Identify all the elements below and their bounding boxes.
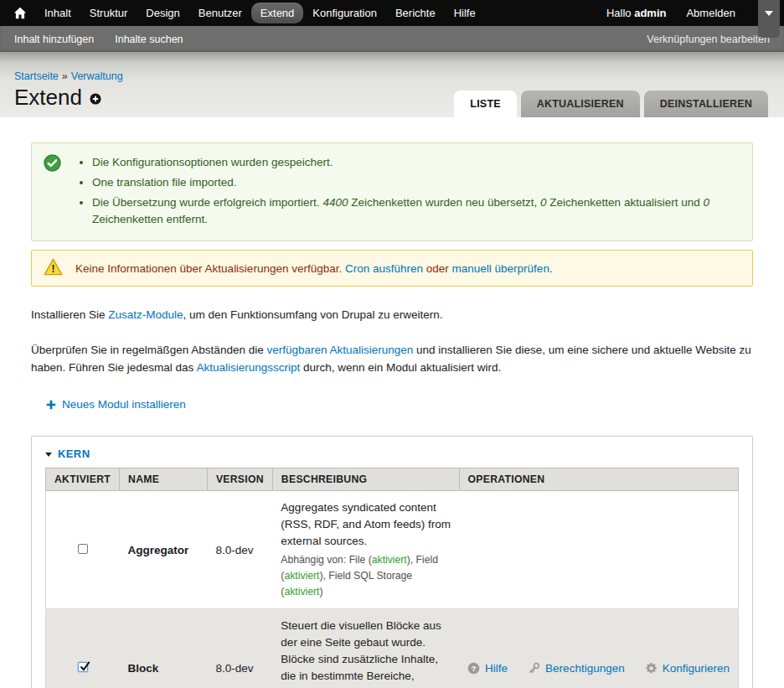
status-message-list: Die Konfigurationsoptionen wurden gespei…: [77, 153, 740, 230]
warning-text-or: oder: [423, 262, 452, 275]
status-item-1: Die Konfigurationsoptionen wurden gespei…: [92, 153, 740, 173]
column-header-beschreibung: BESCHREIBUNG: [272, 468, 459, 491]
key-icon: [528, 662, 540, 675]
breadcrumb-home[interactable]: Startseite: [14, 70, 59, 82]
tab-deinstallieren[interactable]: DEINSTALLIEREN: [644, 91, 768, 117]
breadcrumb: Startseite»Verwaltung: [14, 52, 770, 82]
plus-icon: [46, 400, 56, 410]
collapse-triangle-icon: [45, 453, 52, 457]
table-header-row: AKTIVIERT NAME VERSION BESCHREIBUNG OPER…: [46, 468, 739, 491]
toolbar-item-hilfe[interactable]: Hilfe: [445, 3, 485, 23]
greeting-prefix: Hallo: [606, 7, 634, 19]
module-name: Aggregator: [120, 491, 208, 609]
warning-triangle-icon: !: [44, 258, 63, 278]
help-link[interactable]: ? Hilfe: [467, 662, 508, 675]
install-new-module-link[interactable]: Neues Modul installieren: [46, 398, 186, 411]
contributed-modules-link[interactable]: Zusatz-Module: [108, 308, 183, 321]
toolbar-item-benutzer[interactable]: Benutzer: [189, 3, 251, 23]
toolbar-item-extend[interactable]: Extend: [251, 3, 303, 23]
admin-toolbar: Inhalt Struktur Design Benutzer Extend K…: [0, 0, 784, 26]
dep-text: ): [319, 586, 322, 597]
fieldset-legend-kern[interactable]: KERN: [45, 446, 90, 468]
module-checkbox-block[interactable]: [78, 662, 88, 672]
check-manually-link[interactable]: manuell überprüfen: [452, 262, 549, 275]
available-updates-link[interactable]: verfügbaren Aktualisierungen: [266, 344, 413, 356]
module-description: Aggregates syndicated content (RSS, RDF,…: [281, 499, 451, 550]
shortcut-search-content[interactable]: Inhalte suchen: [115, 34, 183, 45]
column-header-name: NAME: [120, 468, 208, 491]
column-header-version: VERSION: [207, 468, 272, 491]
module-checkbox-aggregator[interactable]: [78, 544, 88, 554]
shortcut-bar: Inhalt hinzufügen Inhalte suchen Verknüp…: [0, 26, 784, 52]
status-item-3-text: Zeichenketten wurden neu übersetzt,: [348, 196, 540, 209]
chevron-down-icon: [765, 11, 773, 16]
check-circle-icon: [44, 154, 61, 230]
status-item-2: One translation file imported.: [92, 173, 740, 193]
warning-text-period: .: [549, 262, 553, 275]
configure-link[interactable]: Konfigurieren: [645, 662, 730, 675]
module-operations-empty: [459, 491, 738, 609]
table-row-block: Block 8.0-dev Steuert die visuellen Blöc…: [46, 609, 739, 688]
toolbar-orientation-toggle[interactable]: [758, 0, 780, 38]
status-item-3-text: Die Übersetzung wurde erfolgreich import…: [92, 196, 322, 209]
column-header-operationen: OPERATIONEN: [459, 468, 738, 491]
install-new-module-label: Neues Modul installieren: [62, 398, 186, 411]
toolbar-item-inhalt[interactable]: Inhalt: [35, 3, 80, 23]
main-content: Die Konfigurationsoptionen wurden gespei…: [0, 142, 784, 688]
user-greeting[interactable]: Hallo admin: [596, 3, 677, 23]
primary-tabs: LISTE AKTUALISIEREN DEINSTALLIEREN: [454, 91, 768, 117]
module-description: Steuert die visuellen Blöcke aus der ein…: [281, 618, 451, 688]
username: admin: [634, 7, 666, 19]
add-shortcut-icon[interactable]: [90, 93, 101, 105]
page-header: Startseite»Verwaltung Extend LISTE AKTUA…: [0, 52, 784, 117]
intro-paragraph-2: Überprüfen Sie in regelmäßgen Abständen …: [31, 341, 753, 376]
intro-1-text: Installieren Sie: [31, 308, 108, 321]
gear-icon: [645, 662, 658, 675]
core-modules-fieldset: KERN AKTIVIERT NAME VERSION BESCHREIBUNG…: [31, 436, 753, 688]
intro-2-text: Überprüfen Sie in regelmäßgen Abständen …: [31, 344, 266, 356]
module-operations: ? Hilfe Berechtigungen Konfigurieren: [467, 662, 730, 675]
dep-text: Abhängig von: File (: [281, 554, 371, 566]
logout-link[interactable]: Abmelden: [676, 3, 745, 23]
updated-count: 0: [540, 196, 547, 209]
status-item-3-text: Zeichenketten entfernt.: [92, 213, 208, 225]
tab-liste[interactable]: LISTE: [454, 91, 516, 117]
permissions-link-label: Berechtigungen: [545, 662, 625, 675]
svg-text:!: !: [52, 263, 55, 275]
table-row-aggregator: Aggregator 8.0-dev Aggregates syndicated…: [46, 491, 739, 609]
module-name: Block: [120, 609, 208, 688]
update-script-link[interactable]: Aktualisierungsscript: [196, 361, 300, 374]
run-cron-link[interactable]: Cron ausführen: [345, 262, 423, 275]
dep-status: aktiviert: [284, 570, 319, 582]
modules-table: AKTIVIERT NAME VERSION BESCHREIBUNG OPER…: [45, 468, 739, 688]
dep-status: aktiviert: [372, 554, 407, 566]
page-title-text: Extend: [14, 85, 82, 111]
configure-link-label: Konfigurieren: [663, 662, 730, 675]
status-message: Die Konfigurationsoptionen wurden gespei…: [31, 142, 753, 241]
breadcrumb-separator: »: [62, 70, 68, 82]
fieldset-legend-label: KERN: [58, 447, 90, 460]
toolbar-item-konfiguration[interactable]: Konfiguration: [303, 3, 386, 23]
permissions-link[interactable]: Berechtigungen: [528, 662, 625, 675]
intro-paragraph-1: Installieren Sie Zusatz-Module, um den F…: [31, 306, 753, 323]
warning-message: ! Keine Informationen über Aktualisierun…: [31, 250, 753, 287]
module-dependencies: Abhängig von: File (aktiviert), Field (a…: [281, 552, 451, 600]
column-header-aktiviert: AKTIVIERT: [46, 468, 120, 491]
toolbar-item-berichte[interactable]: Berichte: [386, 3, 445, 23]
edit-shortcuts-link[interactable]: Verknüpfungen bearbeiten: [647, 34, 770, 45]
home-icon[interactable]: [5, 3, 35, 23]
warning-text: Keine Informationen über Aktualisierunge…: [75, 262, 553, 275]
status-item-3-text: Zeichenketten aktualisiert und: [547, 196, 704, 209]
breadcrumb-verwaltung[interactable]: Verwaltung: [71, 70, 123, 82]
removed-count: 0: [703, 196, 709, 209]
svg-text:?: ?: [472, 664, 477, 673]
intro-2-text: durch, wenn ein Modul aktualisiert wird.: [300, 361, 501, 374]
shortcut-add-content[interactable]: Inhalt hinzufügen: [14, 34, 94, 45]
toolbar-item-design[interactable]: Design: [137, 3, 188, 23]
toolbar-item-struktur[interactable]: Struktur: [80, 3, 137, 23]
tab-aktualisieren[interactable]: AKTUALISIEREN: [521, 91, 640, 117]
translated-count: 4400: [322, 196, 348, 209]
toolbar-right: Hallo admin Abmelden: [596, 3, 779, 23]
help-link-label: Hilfe: [485, 662, 508, 675]
module-version: 8.0-dev: [207, 491, 272, 609]
